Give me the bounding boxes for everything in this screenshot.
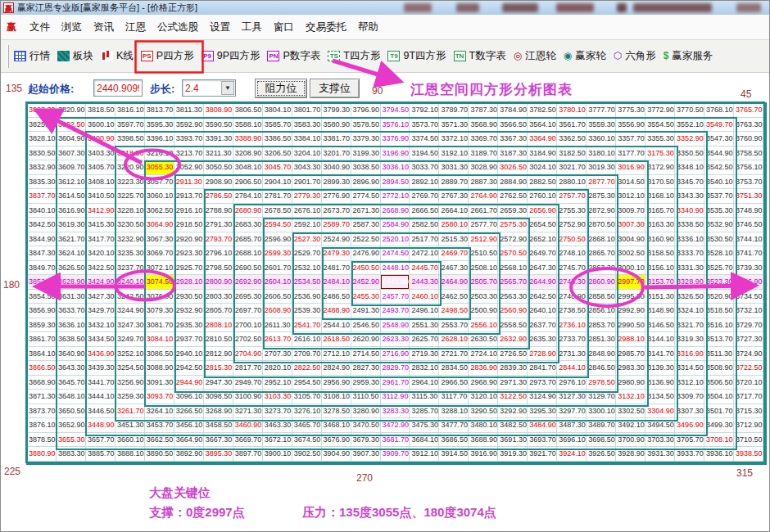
grid-cell[interactable]: 3645.70: [57, 376, 86, 390]
grid-cell[interactable]: 3816.10: [116, 103, 145, 118]
grid-cell[interactable]: 2568.10: [498, 261, 528, 276]
grid-cell[interactable]: 2920.90: [174, 232, 204, 247]
grid-cell[interactable]: 3448.90: [86, 418, 116, 433]
grid-cell[interactable]: 3532.90: [704, 218, 734, 232]
grid-cell[interactable]: 3177.70: [616, 147, 645, 161]
grid-cell[interactable]: 3775.30: [616, 103, 645, 118]
grid-cell[interactable]: 3765.70: [734, 103, 763, 118]
grid-cell[interactable]: 2748.10: [557, 246, 587, 261]
grid-cell[interactable]: 3362.50: [557, 132, 587, 147]
grid-cell[interactable]: 2714.50: [351, 347, 381, 362]
grid-cell[interactable]: 3734.50: [734, 290, 763, 304]
grid-cell[interactable]: 3612.10: [57, 175, 86, 190]
grid-cell[interactable]: 2846.50: [587, 361, 616, 376]
grid-cell[interactable]: 2904.10: [263, 175, 292, 190]
grid-cell[interactable]: 3748.90: [734, 204, 763, 219]
grid-cell[interactable]: 3528.10: [704, 246, 734, 261]
grid-cell[interactable]: 3026.50: [498, 160, 528, 175]
grid-cell[interactable]: 2479.30: [322, 246, 351, 261]
grid-cell[interactable]: 3866.50: [27, 361, 57, 376]
grid-cell[interactable]: 3268.90: [204, 404, 233, 419]
grid-cell[interactable]: 3429.70: [86, 304, 116, 318]
grid-cell[interactable]: 2832.10: [410, 361, 439, 376]
grid-cell[interactable]: 3909.70: [381, 447, 410, 462]
grid-cell[interactable]: 3096.10: [174, 390, 204, 404]
grid-cell[interactable]: 2800.90: [204, 275, 233, 290]
grid-cell[interactable]: 2692.90: [233, 275, 263, 290]
grid-cell[interactable]: 3218.50: [116, 147, 145, 161]
grid-cell[interactable]: 2587.30: [351, 218, 381, 232]
grid-cell[interactable]: 3060.10: [145, 189, 174, 204]
grid-cell[interactable]: 3873.70: [27, 404, 57, 419]
grid-cell[interactable]: 3108.10: [322, 390, 351, 404]
grid-cell[interactable]: 3004.90: [616, 232, 645, 247]
grid-cell[interactable]: 3252.10: [116, 347, 145, 362]
grid-cell[interactable]: 3338.50: [675, 218, 704, 232]
grid-cell[interactable]: 3602.50: [57, 118, 86, 133]
grid-cell[interactable]: 2611.30: [263, 318, 292, 333]
grid-cell[interactable]: 2755.30: [557, 204, 587, 219]
grid-cell[interactable]: 3705.70: [675, 433, 704, 448]
grid-cell[interactable]: 3597.70: [116, 118, 145, 133]
grid-cell[interactable]: 2656.90: [528, 204, 557, 219]
grid-cell[interactable]: 3240.10: [116, 275, 145, 290]
grid-cell[interactable]: 2906.50: [233, 175, 263, 190]
grid-cell[interactable]: 2822.50: [292, 361, 322, 376]
grid-cell[interactable]: 3280.90: [351, 404, 381, 419]
grid-cell[interactable]: 3571.30: [439, 118, 469, 133]
grid-cell[interactable]: 2750.50: [557, 232, 587, 247]
grid-cell[interactable]: 2632.90: [498, 332, 528, 347]
grid-cell[interactable]: 3508.90: [704, 361, 734, 376]
grid-cell[interactable]: 3813.70: [145, 103, 174, 118]
grid-cell[interactable]: 3667.30: [204, 433, 233, 448]
grid-cell[interactable]: 3477.70: [439, 418, 469, 433]
grid-cell[interactable]: 3756.10: [734, 160, 763, 175]
grid-cell[interactable]: 2798.50: [204, 261, 233, 276]
grid-cell[interactable]: 2510.50: [469, 246, 498, 261]
grid-cell[interactable]: 3907.30: [351, 447, 381, 462]
grid-cell[interactable]: 2505.70: [469, 275, 498, 290]
grid-cell[interactable]: 3633.70: [57, 304, 86, 318]
grid-cell[interactable]: 3861.70: [27, 332, 57, 347]
grid-cell[interactable]: 2901.70: [292, 175, 322, 190]
grid-cell[interactable]: 2522.50: [351, 232, 381, 247]
grid-cell[interactable]: 3729.70: [734, 318, 763, 333]
grid-cell[interactable]: 3640.90: [57, 347, 86, 362]
grid-cell[interactable]: 3782.50: [528, 103, 557, 118]
grid-cell[interactable]: 3787.30: [469, 103, 498, 118]
grid-cell[interactable]: 3036.10: [381, 160, 410, 175]
grid-cell[interactable]: 2584.90: [381, 218, 410, 232]
grid-cell[interactable]: 2731.30: [557, 347, 587, 362]
grid-cell[interactable]: 2649.70: [528, 246, 557, 261]
grid-cell[interactable]: 3307.30: [675, 404, 704, 419]
grid-cell[interactable]: 2841.70: [528, 361, 557, 376]
grid-cell[interactable]: 3578.50: [351, 118, 381, 133]
grid-cell[interactable]: 2515.30: [439, 232, 469, 247]
grid-cell[interactable]: 3628.90: [57, 275, 86, 290]
grid-cell[interactable]: 2829.70: [381, 361, 410, 376]
grid-cell[interactable]: 2618.50: [322, 332, 351, 347]
grid-cell[interactable]: 3849.70: [27, 261, 57, 276]
toolbar-item-P四方形[interactable]: PSP四方形: [141, 49, 194, 63]
grid-cell[interactable]: 2743.30: [557, 275, 587, 290]
grid-cell[interactable]: 2762.50: [498, 189, 528, 204]
grid-cell[interactable]: 3520.90: [704, 290, 734, 304]
grid-cell[interactable]: 3148.90: [645, 304, 675, 318]
grid-cell[interactable]: 3801.70: [292, 103, 322, 118]
grid-cell[interactable]: 3636.10: [57, 318, 86, 333]
grid-cell[interactable]: 2484.10: [322, 275, 351, 290]
grid-cell[interactable]: 2992.90: [616, 304, 645, 318]
grid-cell[interactable]: 3506.50: [704, 376, 734, 390]
grid-cell[interactable]: 2733.70: [557, 332, 587, 347]
grid-cell[interactable]: 2560.90: [498, 304, 528, 318]
grid-cell[interactable]: 3739.30: [734, 261, 763, 276]
grid-cell[interactable]: 3511.30: [704, 347, 734, 362]
grid-cell[interactable]: 3607.30: [57, 147, 86, 161]
grid-cell[interactable]: 3204.10: [292, 147, 322, 161]
grid-cell[interactable]: 3672.10: [263, 433, 292, 448]
grid-cell[interactable]: 3216.10: [145, 147, 174, 161]
grid-cell[interactable]: 3088.90: [145, 361, 174, 376]
grid-cell[interactable]: 3585.70: [263, 118, 292, 133]
grid-cell[interactable]: 3432.10: [86, 318, 116, 333]
grid-cell[interactable]: 3194.50: [410, 147, 439, 161]
